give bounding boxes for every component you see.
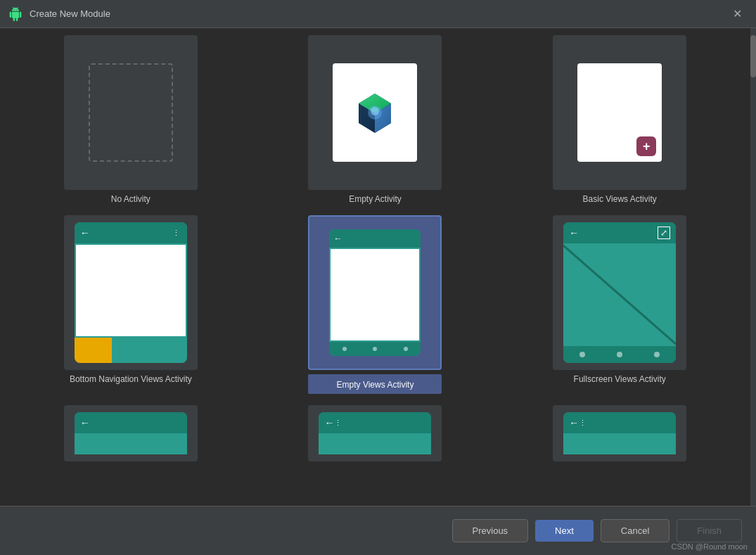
template-grid-area: No Activity	[0, 28, 750, 506]
android-icon	[8, 7, 23, 21]
cancel-button[interactable]: Cancel	[601, 519, 669, 542]
bottom-nav-top-bar: ← ⋮	[75, 222, 187, 243]
empty-activity-label: Empty Activity	[349, 194, 402, 204]
nav-dot-2	[373, 347, 377, 351]
watermark: CSDN @Round moon	[672, 542, 748, 551]
empty-views-top-bar: ←	[329, 229, 421, 248]
empty-views-label: Empty Views Activity	[334, 377, 417, 393]
no-activity-preview-wrapper	[64, 35, 198, 190]
template-item-fullscreen[interactable]: ← ⤢	[503, 215, 736, 394]
fullscreen-label: Fullscreen Views Activity	[574, 374, 666, 384]
partial-back-arrow-1: ←	[80, 417, 90, 428]
no-activity-label: No Activity	[111, 194, 150, 204]
bottom-nav-preview-wrapper: ← ⋮	[64, 215, 198, 370]
basic-views-preview-wrapper: +	[553, 35, 686, 190]
back-arrow-icon: ←	[80, 227, 90, 238]
template-item-empty-activity[interactable]: Empty Activity	[259, 35, 492, 204]
fs-nav-dot-2	[617, 352, 622, 357]
partial-phone-2: ← ⋮	[319, 412, 431, 454]
partial-top-bar-2: ← ⋮	[319, 412, 431, 433]
menu-dots-icon: ⋮	[172, 229, 181, 238]
partial-body-1	[75, 433, 187, 454]
partial-menu-dots-3: ⋮	[579, 419, 588, 428]
no-activity-preview	[89, 63, 173, 162]
expand-icon: ⤢	[658, 227, 670, 239]
next-button[interactable]: Next	[535, 520, 594, 542]
partial-back-arrow-2: ←	[324, 417, 334, 428]
svg-point-4	[371, 107, 379, 115]
previous-button[interactable]: Previous	[452, 519, 529, 542]
empty-activity-preview	[333, 63, 417, 162]
bottom-nav-tabs	[75, 338, 187, 363]
template-item-no-activity[interactable]: No Activity	[14, 35, 248, 204]
scrollbar-thumb[interactable]	[750, 35, 756, 77]
partial-preview-1: ←	[64, 405, 198, 461]
dialog-title: Create New Module	[30, 8, 110, 19]
diagonal-line	[563, 243, 676, 346]
partial-phone-3: ← ⋮	[563, 412, 676, 454]
finish-button: Finish	[677, 519, 742, 542]
back-arrow-icon-ev: ←	[333, 234, 342, 243]
partial-menu-dots: ⋮	[334, 419, 343, 428]
close-button[interactable]: ✕	[727, 4, 748, 23]
fullscreen-body	[563, 243, 676, 346]
partial-preview-3: ← ⋮	[553, 405, 686, 461]
fullscreen-phone: ← ⤢	[563, 222, 676, 363]
scrollbar-track[interactable]	[750, 28, 756, 506]
nav-tab-3	[149, 338, 186, 363]
bottom-nav-label: Bottom Navigation Views Activity	[70, 374, 192, 384]
template-grid: No Activity	[14, 35, 736, 461]
nav-dot-3	[404, 347, 408, 351]
partial-top-bar-1: ←	[75, 412, 187, 433]
empty-views-body	[331, 249, 419, 340]
empty-views-bottom-bar	[329, 342, 421, 356]
partial-body-2	[319, 433, 431, 454]
template-item-empty-views[interactable]: ← Empty Views Activity	[259, 215, 492, 394]
svg-line-5	[563, 245, 676, 344]
empty-views-label-wrapper: Empty Views Activity	[308, 374, 442, 394]
partial-body-3	[563, 433, 676, 454]
title-bar: Create New Module ✕	[0, 0, 756, 28]
template-item-partial-3[interactable]: ← ⋮	[503, 405, 736, 461]
template-item-basic-views[interactable]: + Basic Views Activity	[503, 35, 736, 204]
bottom-nav-body	[76, 245, 186, 336]
template-item-bottom-nav[interactable]: ← ⋮ Bottom Navigation Views Activity	[14, 215, 248, 394]
partial-top-bar-3: ← ⋮	[563, 412, 676, 433]
empty-views-preview-wrapper: ←	[308, 215, 442, 370]
nav-tab-2	[112, 338, 149, 363]
main-content: No Activity	[0, 28, 756, 506]
back-arrow-icon-fs: ←	[569, 227, 579, 238]
partial-preview-2: ← ⋮	[308, 405, 442, 461]
basic-views-label: Basic Views Activity	[583, 194, 657, 204]
fullscreen-preview-wrapper: ← ⤢	[553, 215, 686, 370]
empty-views-phone: ←	[329, 229, 421, 356]
template-item-partial-1[interactable]: ←	[14, 405, 248, 461]
partial-back-arrow-3: ←	[569, 417, 579, 428]
template-item-partial-2[interactable]: ← ⋮	[259, 405, 492, 461]
bottom-nav-phone: ← ⋮	[75, 222, 187, 363]
fullscreen-top-bar: ← ⤢	[563, 222, 676, 243]
footer: Previous Next Cancel Finish	[0, 506, 756, 555]
title-bar-left: Create New Module	[8, 7, 110, 21]
plus-button-icon: +	[636, 136, 656, 156]
fs-nav-dot-3	[654, 352, 660, 357]
basic-views-preview: +	[577, 63, 662, 162]
fullscreen-bottom-bar	[563, 346, 676, 363]
nav-tab-active	[75, 338, 112, 363]
fs-nav-dot-1	[579, 352, 585, 357]
android-studio-icon	[350, 88, 399, 137]
empty-activity-preview-wrapper	[308, 35, 442, 190]
nav-dot-1	[342, 347, 347, 351]
partial-phone-1: ←	[75, 412, 187, 454]
